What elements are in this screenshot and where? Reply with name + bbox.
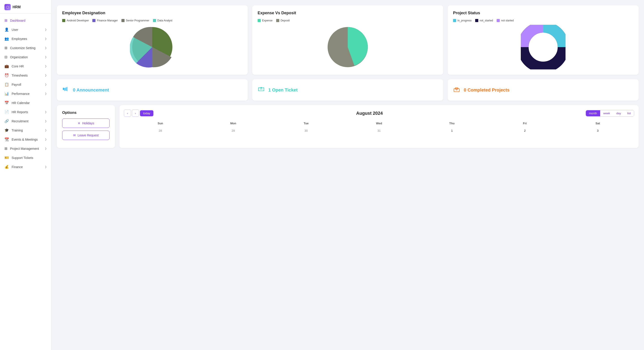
finance-icon: 💰: [4, 165, 9, 169]
sidebar-item-label: HR Calendar: [12, 101, 30, 105]
sidebar-item-label: Training: [12, 129, 23, 132]
legend-label-senior: Senior Programmer: [126, 19, 149, 22]
charts-row: Employee Designation Android Developer F…: [57, 5, 639, 75]
cal-date-31[interactable]: 31: [342, 127, 416, 135]
chevron-icon: ❯: [45, 138, 47, 141]
sidebar-nav: ⊞ Dashboard 👤 User ❯ 👥 Employees ❯ ⊞ Cus…: [0, 14, 51, 350]
cal-date-28[interactable]: 28: [124, 127, 197, 135]
project-legend: in_progress not_started not started: [453, 19, 633, 22]
project-status-card: Project Status in_progress not_started n…: [448, 5, 639, 75]
sidebar-item-payroll[interactable]: 📋 Payroll ❯: [0, 80, 51, 89]
designation-chart-container: [62, 25, 242, 69]
sidebar-item-organization[interactable]: ⊟ Organization ❯: [0, 52, 51, 62]
holidays-icon: ☀: [78, 121, 80, 125]
sidebar-item-label: Project Management: [10, 147, 39, 151]
sidebar-item-hr-calendar[interactable]: 📅 HR Calendar: [0, 98, 51, 107]
leave-request-label: Leave Request: [78, 134, 98, 137]
legend-dot-notstarted2: [497, 19, 500, 22]
expense-chart-container: [258, 25, 438, 69]
calendar-prev-button[interactable]: ‹: [124, 110, 131, 117]
sidebar-item-label: Employees: [12, 37, 27, 41]
calendar-today-button[interactable]: today: [140, 110, 154, 116]
calendar-dates: 28 29 30 31 1 2 3: [124, 127, 634, 135]
cal-date-3[interactable]: 3: [561, 127, 634, 135]
sidebar-item-employees[interactable]: 👥 Employees ❯: [0, 34, 51, 43]
chevron-icon: ❯: [45, 129, 47, 132]
legend-dot-deposit: [276, 19, 279, 22]
corehr-icon: 💼: [4, 64, 9, 68]
projects-stat[interactable]: 0 Completed Projects: [448, 79, 639, 101]
legend-label-analyst: Data Analyst: [158, 19, 172, 22]
sidebar-item-customize-setting[interactable]: ⊞ Customize Setting ❯: [0, 43, 51, 52]
sidebar-item-events-meetings[interactable]: 📆 Events & Meetings ❯: [0, 135, 51, 144]
org-icon: ⊟: [4, 55, 8, 59]
support-icon: 🎫: [4, 156, 9, 160]
sidebar-item-label: HR Reports: [12, 110, 28, 114]
chevron-icon: ❯: [45, 74, 47, 77]
sidebar-item-label: Dashboard: [10, 19, 26, 22]
legend-senior: Senior Programmer: [122, 19, 149, 22]
calendar-view-buttons: month week day list: [586, 110, 634, 117]
timesheets-icon: ⏰: [4, 73, 9, 77]
sidebar-item-hr-reports[interactable]: 📄 HR Reports ❯: [0, 107, 51, 117]
sidebar-item-label: Support Tickets: [12, 156, 33, 160]
project-icon: ⊞: [4, 147, 8, 151]
view-week-button[interactable]: week: [600, 110, 613, 116]
legend-notstarted: not_started: [475, 19, 493, 22]
sidebar-item-user[interactable]: 👤 User ❯: [0, 25, 51, 34]
view-day-button[interactable]: day: [613, 110, 624, 116]
legend-label-android: Android Developer: [67, 19, 89, 22]
calendar-next-button[interactable]: ›: [132, 110, 139, 117]
chevron-icon: ❯: [45, 166, 47, 168]
sidebar-item-core-hr[interactable]: 💼 Core HR ❯: [0, 62, 51, 71]
legend-label-notstarted: not_started: [480, 19, 493, 22]
view-list-button[interactable]: list: [624, 110, 634, 116]
sidebar-item-recruitment[interactable]: 🔗 Recruitment ❯: [0, 117, 51, 126]
employee-designation-card: Employee Designation Android Developer F…: [57, 5, 248, 75]
legend-label-notstarted2: not started: [501, 19, 514, 22]
announcement-stat[interactable]: 0 Announcement: [57, 79, 248, 101]
sidebar-item-project-management[interactable]: ⊞ Project Management ❯: [0, 144, 51, 153]
recruitment-icon: 🔗: [4, 119, 9, 123]
logo-text: HRM: [12, 5, 20, 9]
projects-icon: [453, 85, 460, 94]
cal-date-1[interactable]: 1: [416, 127, 488, 135]
cal-date-2[interactable]: 2: [488, 127, 561, 135]
holidays-button[interactable]: ☀ Holidays: [62, 119, 110, 128]
calendar-grid: Sun Mon Tue Wed Thu Fri Sat 28 29 30 31 …: [124, 120, 634, 135]
calendar-month-title: August 2024: [356, 111, 383, 116]
performance-icon: 📊: [4, 92, 9, 96]
customize-icon: ⊞: [4, 46, 8, 50]
chevron-icon: ❯: [45, 92, 47, 95]
ticket-stat[interactable]: 1 Open Ticket: [252, 79, 443, 101]
legend-dot-expense: [258, 19, 261, 22]
svg-rect-4: [63, 88, 64, 90]
legend-label-finance: Finance Manager: [97, 19, 118, 22]
legend-analyst: Data Analyst: [153, 19, 172, 22]
sidebar-item-finance[interactable]: 💰 Finance ❯: [0, 162, 51, 172]
logo-icon: ⬡: [4, 4, 11, 10]
sidebar-item-timesheets[interactable]: ⏰ Timesheets ❯: [0, 71, 51, 80]
sidebar-item-label: Organization: [10, 55, 28, 59]
leave-request-icon: ✉: [73, 134, 76, 137]
project-donut-chart: [521, 25, 566, 69]
leave-request-button[interactable]: ✉ Leave Request: [62, 131, 110, 140]
day-label-tue: Tue: [270, 120, 342, 126]
chevron-icon: ❯: [45, 46, 47, 49]
hrreports-icon: 📄: [4, 110, 9, 114]
legend-label-expense: Expense: [262, 19, 272, 22]
legend-label-inprogress: in_progress: [458, 19, 472, 22]
sidebar-item-training[interactable]: 🎓 Training ❯: [0, 126, 51, 135]
sidebar-item-label: Timesheets: [12, 74, 28, 77]
sidebar-item-performance[interactable]: 📊 Performance ❯: [0, 89, 51, 98]
sidebar-item-support-tickets[interactable]: 🎫 Support Tickets: [0, 153, 51, 162]
project-chart-title: Project Status: [453, 11, 633, 15]
view-month-button[interactable]: month: [586, 110, 600, 116]
sidebar-item-dashboard[interactable]: ⊞ Dashboard: [0, 16, 51, 25]
day-label-fri: Fri: [488, 120, 561, 126]
cal-date-29[interactable]: 29: [197, 127, 270, 135]
calendar-header: ‹ › today August 2024 month week day lis…: [124, 110, 634, 117]
cal-date-30[interactable]: 30: [270, 127, 342, 135]
designation-chart-title: Employee Designation: [62, 11, 242, 15]
logo-area: ⬡ HRM: [0, 0, 51, 14]
